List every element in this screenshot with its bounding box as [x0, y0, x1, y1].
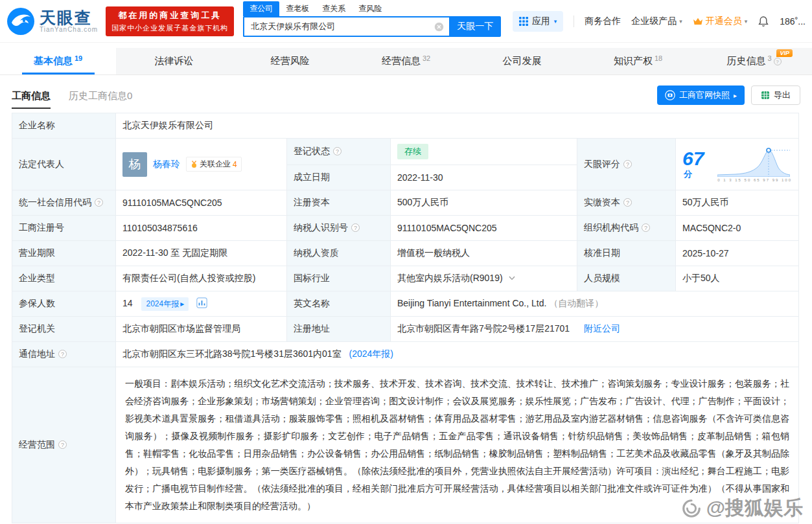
field-label-text: 天眼评分	[584, 159, 620, 169]
chevron-down-icon: ▾	[745, 18, 748, 25]
tab-basic-info[interactable]: 基本信息 19	[0, 48, 116, 74]
field-label-english-name: 英文名称	[287, 291, 391, 317]
search-button[interactable]: 天眼一下	[449, 16, 501, 37]
search-row: 天眼一下	[243, 16, 501, 37]
field-value-business-scope: 一般项目：剧本娱乐活动；组织文化艺术交流活动；技术服务、技术开发、技术咨询、技术…	[116, 367, 799, 523]
field-value-legal-rep: 杨 杨春玲 关联企业 4	[116, 139, 287, 190]
menu-open-vip[interactable]: 开通会员 ▾	[693, 16, 748, 27]
field-value-mail-address: 北京市朝阳区东三环北路38号院1号楼31层3601内01室 (2024年报)	[116, 342, 799, 367]
field-value-tianyan-score[interactable]: 67分 0 1 3 15 50 65 97 99 100	[676, 139, 799, 190]
field-label-reg-authority: 登记机关	[12, 317, 116, 342]
field-label-mail-address: 通信地址?	[12, 342, 116, 367]
field-value-est-date: 2022-11-30	[391, 165, 577, 190]
legal-rep-avatar[interactable]: 杨	[122, 152, 147, 177]
search-area: 查公司 查老板 查关系 查风险 天眼一下	[243, 0, 501, 42]
field-label-paid-capital: 实缴资本?	[577, 190, 676, 216]
english-name-text: Beijing Tianyi Entertainment Co., Ltd.	[397, 298, 546, 308]
chevron-down-icon[interactable]	[509, 276, 515, 280]
field-label-text: 统一社会信用代码	[19, 197, 91, 207]
menu-cooperation[interactable]: 商务合作	[585, 16, 621, 27]
mail-annual-report-link[interactable]: (2024年报)	[349, 348, 393, 359]
reg-address-text: 北京市朝阳区青年路7号院2号楼17层21701	[397, 323, 570, 334]
tab-company-development[interactable]: 公司发展	[464, 48, 580, 74]
field-label-credit-code: 统一社会信用代码?	[12, 190, 116, 216]
field-label-tianyan-score: 天眼评分?	[577, 139, 676, 190]
field-label-reg-status: 登记状态?	[287, 139, 391, 165]
subtab-business-info[interactable]: 工商信息	[12, 90, 51, 109]
insured-count-text: 14	[122, 298, 133, 308]
field-value-paid-capital: 50万人民币	[676, 190, 799, 216]
field-value-taxpayer-quality: 增值税一般纳税人	[391, 241, 577, 266]
table-row: 参保人数 14 2024年报 ▸ 英文名称 Beijing Tianyi Ent…	[12, 291, 799, 317]
nearby-companies-link[interactable]: 附近公司	[584, 323, 620, 334]
caret-right-icon: ▸	[734, 92, 737, 99]
related-companies-badge[interactable]: 关联企业 4	[186, 157, 242, 172]
tab-legal-litigation[interactable]: 法律诉讼	[116, 48, 232, 74]
table-row: 工商注册号 110105034875616 纳税人识别号? 91110105MA…	[12, 216, 799, 241]
field-label-taxpayer-quality: 纳税人资质	[287, 241, 391, 266]
help-icon[interactable]: ?	[623, 160, 632, 168]
tab-label: 历史信息	[726, 55, 765, 67]
score-chart: 0 1 3 15 50 65 97 99 100	[717, 146, 792, 183]
search-input[interactable]	[243, 16, 449, 37]
menu-enterprise-products[interactable]: 企业级产品 ▾	[631, 16, 682, 27]
help-icon[interactable]: ?	[623, 198, 632, 207]
help-icon[interactable]: ?	[58, 440, 67, 449]
apps-menu-button[interactable]: 应用 ▾	[513, 11, 564, 32]
field-label-staff-size: 人员规模	[577, 266, 676, 291]
export-button[interactable]: 导出	[751, 85, 800, 105]
help-icon[interactable]: ?	[95, 198, 103, 207]
vip-badge: VIP	[776, 49, 793, 57]
score-axis-labels: 0 1 3 15 50 65 97 99 100	[717, 177, 792, 183]
clear-search-icon[interactable]	[434, 22, 444, 32]
notification-bell-icon[interactable]	[758, 16, 769, 27]
legal-rep-name-link[interactable]: 杨春玲	[153, 159, 180, 170]
tab-operation-info[interactable]: 经营信息 32	[348, 48, 464, 74]
table-row: 统一社会信用代码? 91110105MAC5QNC205 注册资本 500万人民…	[12, 190, 799, 216]
insured-trend-chart-icon[interactable]	[196, 297, 207, 308]
field-value-insured-count: 14 2024年报 ▸	[116, 291, 287, 317]
table-row: 经营范围? 一般项目：剧本娱乐活动；组织文化艺术交流活动；技术服务、技术开发、技…	[12, 367, 799, 523]
help-icon[interactable]: ?	[642, 223, 650, 232]
help-icon[interactable]: ?	[351, 223, 360, 232]
search-tab-boss[interactable]: 查老板	[279, 1, 316, 16]
search-tab-relation[interactable]: 查关系	[316, 1, 352, 16]
table-row: 登记机关 北京市朝阳区市场监督管理局 注册地址 北京市朝阳区青年路7号院2号楼1…	[12, 317, 799, 342]
tianyancha-company-page: 天眼查 TianYanCha.com 都在用的商业查询工具 国家中小企业发展子基…	[0, 0, 812, 524]
tab-count: 32	[423, 54, 430, 62]
user-phone[interactable]: 186˚...	[780, 16, 806, 27]
tianyancha-logo[interactable]: 天眼查 TianYanCha.com	[6, 7, 98, 36]
field-label-taxpayer-id: 纳税人识别号?	[287, 216, 391, 241]
tab-intellectual-property[interactable]: 知识产权 18	[580, 48, 696, 74]
tab-history-info[interactable]: VIP 历史信息 3 ?	[696, 48, 812, 74]
field-label-company-name: 企业名称	[12, 113, 116, 139]
subtabs: 工商信息 历史工商信息0	[12, 90, 150, 109]
help-icon[interactable]: ?	[58, 350, 67, 358]
field-value-org-code: MAC5QNC2-0	[676, 216, 799, 241]
search-tab-risk[interactable]: 查风险	[352, 1, 388, 16]
subtab-label: 历史工商信息	[69, 90, 127, 101]
help-icon[interactable]: ?	[333, 147, 342, 155]
official-snapshot-button[interactable]: 工商官网快照 ▸	[657, 85, 745, 105]
tab-count: 3	[767, 54, 771, 62]
export-button-label: 导出	[774, 89, 791, 101]
tab-label: 经营风险	[271, 55, 310, 67]
field-label-business-term: 营业期限	[12, 241, 116, 266]
brand-domain: TianYanCha.com	[40, 26, 98, 33]
table-row: 法定代表人 杨 杨春玲 关联企业 4	[12, 139, 799, 165]
field-label-insured-count: 参保人数	[12, 291, 116, 317]
field-value-company-type: 有限责任公司(自然人投资或控股)	[116, 266, 287, 291]
brand-name: 天眼查	[40, 9, 98, 26]
menu-open-vip-label: 开通会员	[706, 16, 742, 27]
field-value-reg-status: 存续	[391, 139, 577, 165]
tab-label: 知识产权	[614, 55, 653, 67]
subtab-history-business-info[interactable]: 历史工商信息0	[69, 90, 132, 109]
tab-label: 公司发展	[503, 55, 542, 67]
field-value-approval-date: 2025-10-27	[676, 241, 799, 266]
table-row: 营业期限 2022-11-30 至 无固定期限 纳税人资质 增值税一般纳税人 核…	[12, 241, 799, 266]
tab-operation-risk[interactable]: 经营风险	[232, 48, 348, 74]
company-section-tabs: 基本信息 19 法律诉讼 经营风险 经营信息 32 公司发展 知识产权 18 V…	[0, 48, 812, 75]
search-tab-company[interactable]: 查公司	[243, 1, 279, 16]
help-icon[interactable]: ?	[774, 58, 782, 65]
annual-report-badge[interactable]: 2024年报 ▸	[141, 297, 189, 311]
